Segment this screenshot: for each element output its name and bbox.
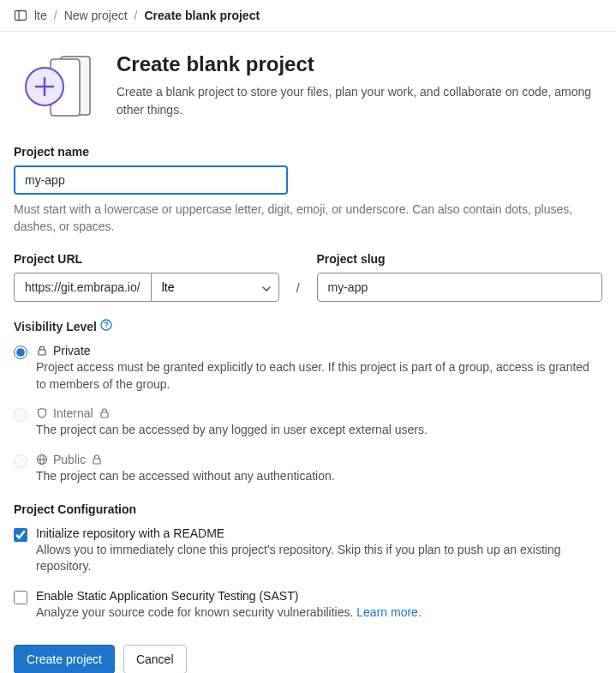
visibility-label: Visibility Level [14, 320, 97, 333]
sast-learn-more-link[interactable]: Learn more. [356, 605, 421, 619]
lock-icon [99, 407, 111, 419]
visibility-internal-desc: The project can be accessed by any logge… [36, 422, 602, 439]
breadcrumb-separator: / [135, 9, 138, 22]
sidebar-toggle-icon[interactable] [14, 9, 27, 22]
visibility-public-desc: The project can be accessed without any … [36, 468, 602, 485]
readme-checkbox[interactable] [14, 528, 27, 542]
namespace-select[interactable]: lte [151, 273, 279, 302]
sast-desc: Analyze your source code for known secur… [36, 604, 602, 622]
config-label: Project Configuration [14, 502, 602, 516]
svg-rect-0 [15, 11, 27, 21]
url-separator: / [293, 281, 303, 302]
project-url-prefix: https://git.embrapa.io/ [14, 273, 151, 302]
lock-icon [36, 345, 48, 357]
svg-rect-13 [93, 459, 100, 464]
help-icon[interactable] [100, 319, 112, 333]
svg-rect-9 [101, 412, 108, 418]
visibility-internal-label: Internal [53, 406, 93, 420]
visibility-private-radio[interactable] [14, 346, 27, 359]
shield-icon [36, 407, 48, 419]
create-project-button[interactable]: Create project [14, 645, 115, 673]
page-title: Create blank project [117, 52, 602, 76]
svg-rect-8 [39, 350, 45, 355]
project-name-help: Must start with a lowercase or uppercase… [14, 201, 602, 235]
visibility-internal-radio [14, 408, 27, 422]
breadcrumb-current: Create blank project [145, 9, 260, 22]
visibility-public-radio [14, 454, 27, 468]
page-description: Create a blank project to store your fil… [117, 83, 602, 119]
lock-icon [91, 454, 103, 466]
project-url-label: Project URL [14, 252, 279, 266]
readme-label: Initialize repository with a README [36, 526, 602, 540]
breadcrumb-item-namespace[interactable]: lte [34, 9, 47, 22]
globe-icon [36, 454, 48, 466]
header-illustration [14, 52, 96, 121]
sast-label: Enable Static Application Security Testi… [36, 589, 602, 603]
project-name-label: Project name [14, 145, 602, 159]
cancel-button[interactable]: Cancel [123, 645, 187, 673]
visibility-private-label: Private [53, 344, 91, 358]
breadcrumb-separator: / [54, 9, 57, 22]
project-name-input[interactable] [14, 165, 288, 195]
project-slug-label: Project slug [317, 252, 602, 266]
readme-desc: Allows you to immediately clone this pro… [36, 542, 602, 575]
breadcrumb: lte / New project / Create blank project [0, 0, 616, 32]
visibility-private-desc: Project access must be granted explicitl… [36, 359, 602, 393]
svg-point-7 [105, 327, 106, 327]
sast-checkbox[interactable] [14, 591, 27, 604]
visibility-public-label: Public [53, 453, 86, 466]
breadcrumb-item-new-project[interactable]: New project [64, 9, 128, 22]
project-slug-input[interactable] [317, 273, 602, 302]
